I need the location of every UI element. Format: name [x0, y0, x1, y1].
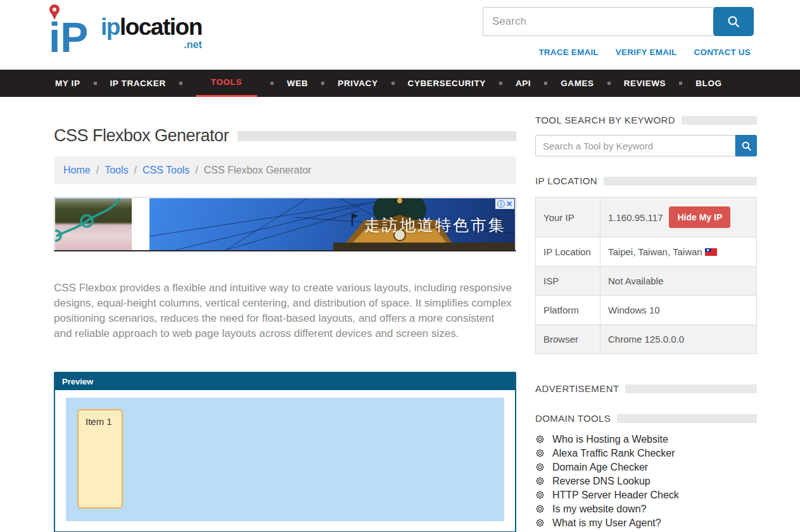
- nav-item-my-ip[interactable]: MY IP: [55, 70, 80, 97]
- ip-location-table: Your IP 1.160.95.117 Hide My IP IP Locat…: [535, 197, 757, 354]
- search-button[interactable]: [713, 7, 754, 36]
- heading-decor-bar: [238, 131, 516, 141]
- ad-banner[interactable]: 走訪地道特色市集 i ✕: [54, 197, 516, 251]
- nav-separator: [321, 82, 324, 85]
- contact-us-link[interactable]: CONTACT US: [694, 48, 751, 57]
- ip-location-heading-text: IP LOCATION: [535, 175, 597, 186]
- nav-separator: [270, 82, 274, 85]
- gear-icon: [535, 518, 545, 528]
- page-heading: CSS Flexbox Generator: [54, 126, 516, 146]
- nav-separator: [544, 82, 547, 85]
- trace-email-link[interactable]: TRACE EMAIL: [538, 48, 598, 57]
- site-search: [483, 7, 754, 36]
- list-item: Who is Hosting a Website: [535, 434, 757, 444]
- tool-search-input[interactable]: [535, 135, 735, 156]
- advertisement-heading: ADVERTISEMENT: [535, 383, 757, 394]
- row-label: Your IP: [536, 198, 600, 238]
- nav-separator: [391, 82, 395, 85]
- search-icon: [727, 15, 740, 28]
- breadcrumb-separator: /: [96, 165, 99, 175]
- heading-decor-bar: [604, 177, 757, 186]
- site-header: iP iplocation .net TRACE EMAIL VERIFY EM…: [0, 0, 800, 70]
- hide-my-ip-button[interactable]: Hide My IP: [669, 206, 730, 228]
- table-row: Platform Windows 10: [536, 296, 757, 325]
- nav-item-privacy[interactable]: PRIVACY: [338, 70, 378, 97]
- heading-decor-bar: [682, 116, 757, 125]
- svg-text:iP: iP: [49, 14, 88, 57]
- domain-tool-link[interactable]: Who is Hosting a Website: [552, 434, 668, 444]
- logo-text-net: .net: [101, 40, 202, 50]
- site-logo[interactable]: iP iplocation .net: [48, 4, 202, 57]
- flex-preview-item[interactable]: Item 1: [77, 409, 123, 509]
- nav-item-cybersecurity[interactable]: CYBERSECURITY: [408, 70, 486, 97]
- list-item: HTTP Server Header Check: [535, 490, 757, 500]
- page-title: CSS Flexbox Generator: [54, 126, 229, 146]
- gear-icon: [535, 490, 545, 500]
- row-label: Platform: [536, 296, 600, 325]
- domain-tools-heading-text: DOMAIN TOOLS: [535, 413, 611, 424]
- logo-text-ip: ip: [101, 14, 120, 40]
- nav-separator: [179, 82, 182, 85]
- breadcrumb-css-tools[interactable]: CSS Tools: [143, 165, 189, 175]
- list-item: Domain Age Checker: [535, 462, 757, 472]
- nav-item-api[interactable]: API: [516, 70, 531, 97]
- ip-location-heading: IP LOCATION: [535, 175, 757, 186]
- domain-tools-heading: DOMAIN TOOLS: [535, 413, 757, 424]
- breadcrumb-separator: /: [134, 165, 137, 175]
- breadcrumb-separator: /: [195, 165, 198, 175]
- preview-panel-body: Item 1: [55, 390, 515, 531]
- gear-icon: [535, 448, 545, 458]
- list-item: Alexa Traffic Rank Checker: [535, 448, 757, 458]
- domain-tool-link[interactable]: What is my User Agent?: [552, 518, 661, 528]
- your-ip-value: 1.160.95.117: [608, 212, 663, 223]
- tool-search-heading-text: TOOL SEARCH BY KEYWORD: [535, 115, 675, 125]
- table-row: Browser Chrome 125.0.0.0: [536, 325, 757, 354]
- verify-email-link[interactable]: VERIFY EMAIL: [616, 48, 677, 57]
- ad-route-graphic: [55, 198, 132, 250]
- ad-thumbnail-image[interactable]: [55, 198, 132, 250]
- breadcrumb-home[interactable]: Home: [63, 165, 91, 175]
- tool-search-heading: TOOL SEARCH BY KEYWORD: [535, 115, 757, 125]
- adchoices-icon[interactable]: i: [497, 200, 505, 208]
- nav-item-web[interactable]: WEB: [287, 70, 308, 97]
- domain-tool-link[interactable]: Is my website down?: [552, 504, 647, 514]
- table-row: Your IP 1.160.95.117 Hide My IP: [536, 198, 757, 238]
- row-label: ISP: [536, 267, 600, 296]
- domain-tool-link[interactable]: Reverse DNS Lookup: [552, 476, 651, 486]
- breadcrumb: Home/Tools/CSS Tools/CSS Flexbox Generat…: [54, 156, 516, 184]
- logo-monogram-icon: iP: [48, 4, 97, 57]
- browser-value: Chrome 125.0.0.0: [600, 325, 757, 354]
- nav-item-reviews[interactable]: REVIEWS: [624, 70, 666, 97]
- logo-wordmark: iplocation .net: [101, 15, 202, 50]
- heading-decor-bar: [625, 384, 757, 393]
- main-nav: MY IP IP TRACKER TOOLS WEB PRIVACY CYBER…: [0, 70, 800, 97]
- nav-item-ip-tracker[interactable]: IP TRACKER: [110, 70, 166, 97]
- domain-tool-link[interactable]: Domain Age Checker: [552, 462, 648, 472]
- ad-close-icon[interactable]: ✕: [506, 200, 512, 208]
- list-item: Is my website down?: [535, 504, 757, 514]
- ad-main-image[interactable]: 走訪地道特色市集 i ✕: [149, 198, 515, 250]
- tool-search-button[interactable]: [735, 135, 757, 156]
- breadcrumb-tools[interactable]: Tools: [105, 165, 128, 175]
- list-item: Reverse DNS Lookup: [535, 476, 757, 486]
- nav-separator: [607, 82, 611, 85]
- main-content: CSS Flexbox Generator Home/Tools/CSS Too…: [54, 97, 516, 532]
- domain-tool-link[interactable]: HTTP Server Header Check: [552, 490, 679, 500]
- advertisement-heading-text: ADVERTISEMENT: [535, 383, 619, 394]
- tool-description: CSS Flexbox provides a flexible and intu…: [54, 281, 514, 341]
- nav-item-tools[interactable]: TOOLS: [196, 70, 257, 97]
- row-label: IP Location: [536, 238, 600, 267]
- search-input[interactable]: [483, 7, 715, 36]
- gear-icon: [535, 434, 545, 444]
- list-item: What is my User Agent?: [535, 518, 757, 528]
- nav-separator: [679, 82, 682, 85]
- row-label: Browser: [536, 325, 600, 354]
- domain-tool-link[interactable]: Alexa Traffic Rank Checker: [552, 448, 675, 458]
- ad-badges: i ✕: [495, 199, 514, 209]
- nav-item-blog[interactable]: BLOG: [695, 70, 721, 97]
- search-icon: [741, 141, 752, 151]
- logo-text-location: location: [120, 14, 202, 40]
- nav-item-games[interactable]: GAMES: [561, 70, 594, 97]
- preview-panel: Preview Item 1: [54, 372, 516, 532]
- nav-separator: [94, 82, 97, 85]
